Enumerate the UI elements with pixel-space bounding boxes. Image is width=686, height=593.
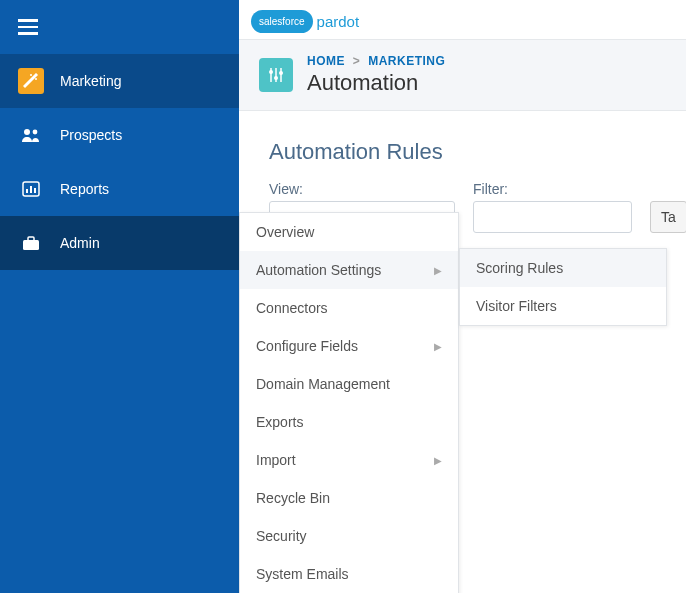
breadcrumb-section[interactable]: MARKETING [368, 54, 445, 68]
svg-point-13 [274, 76, 278, 80]
sidebar-item-prospects[interactable]: Prospects [0, 108, 239, 162]
menu-item-import[interactable]: Import▶ [240, 441, 458, 479]
sidebar-item-label: Reports [60, 181, 109, 197]
menu-item-domain-management[interactable]: Domain Management [240, 365, 458, 403]
admin-flyout-menu: Overview Automation Settings▶ Connectors… [239, 212, 459, 593]
menu-item-connectors[interactable]: Connectors [240, 289, 458, 327]
section-title: Automation Rules [269, 139, 686, 165]
menu-item-exports[interactable]: Exports [240, 403, 458, 441]
menu-item-automation-settings[interactable]: Automation Settings▶ [240, 251, 458, 289]
hamburger-menu-icon[interactable] [0, 0, 239, 54]
svg-rect-7 [34, 188, 36, 193]
svg-point-2 [24, 129, 30, 135]
task-button[interactable]: Ta [650, 201, 686, 233]
automation-settings-submenu: Scoring Rules Visitor Filters [459, 248, 667, 326]
chevron-right-icon: ▶ [434, 341, 442, 352]
submenu-item-scoring-rules[interactable]: Scoring Rules [460, 249, 666, 287]
breadcrumb-home[interactable]: HOME [307, 54, 345, 68]
chart-icon [18, 176, 44, 202]
submenu-item-visitor-filters[interactable]: Visitor Filters [460, 287, 666, 325]
logo-bar: salesforce pardot [239, 0, 686, 39]
product-name: pardot [317, 13, 360, 30]
svg-rect-6 [30, 186, 32, 193]
salesforce-logo-icon: salesforce [251, 10, 313, 33]
breadcrumb-separator: > [353, 54, 361, 68]
view-label: View: [269, 181, 455, 197]
people-icon [18, 122, 44, 148]
sidebar-item-label: Prospects [60, 127, 122, 143]
filter-input[interactable] [473, 201, 632, 233]
filter-label: Filter: [473, 181, 632, 197]
chevron-right-icon: ▶ [434, 455, 442, 466]
svg-point-0 [35, 78, 37, 80]
sidebar-item-admin[interactable]: Admin [0, 216, 239, 270]
svg-point-11 [269, 70, 273, 74]
menu-item-overview[interactable]: Overview [240, 213, 458, 251]
sidebar: Marketing Prospects Reports Admin [0, 0, 239, 593]
menu-item-configure-fields[interactable]: Configure Fields▶ [240, 327, 458, 365]
svg-point-3 [33, 129, 38, 134]
breadcrumb: HOME > MARKETING [307, 54, 445, 68]
sliders-icon [259, 58, 293, 92]
sidebar-item-label: Admin [60, 235, 100, 251]
sidebar-item-reports[interactable]: Reports [0, 162, 239, 216]
menu-item-recycle-bin[interactable]: Recycle Bin [240, 479, 458, 517]
wand-icon [18, 68, 44, 94]
svg-point-1 [30, 74, 32, 76]
sidebar-item-marketing[interactable]: Marketing [0, 54, 239, 108]
menu-item-security[interactable]: Security [240, 517, 458, 555]
page-title: Automation [307, 70, 445, 96]
chevron-right-icon: ▶ [434, 265, 442, 276]
svg-point-15 [279, 71, 283, 75]
page-header: HOME > MARKETING Automation [239, 39, 686, 111]
briefcase-icon [18, 230, 44, 256]
svg-rect-9 [28, 237, 34, 241]
svg-rect-5 [26, 189, 28, 193]
menu-item-system-emails[interactable]: System Emails [240, 555, 458, 593]
sidebar-item-label: Marketing [60, 73, 121, 89]
